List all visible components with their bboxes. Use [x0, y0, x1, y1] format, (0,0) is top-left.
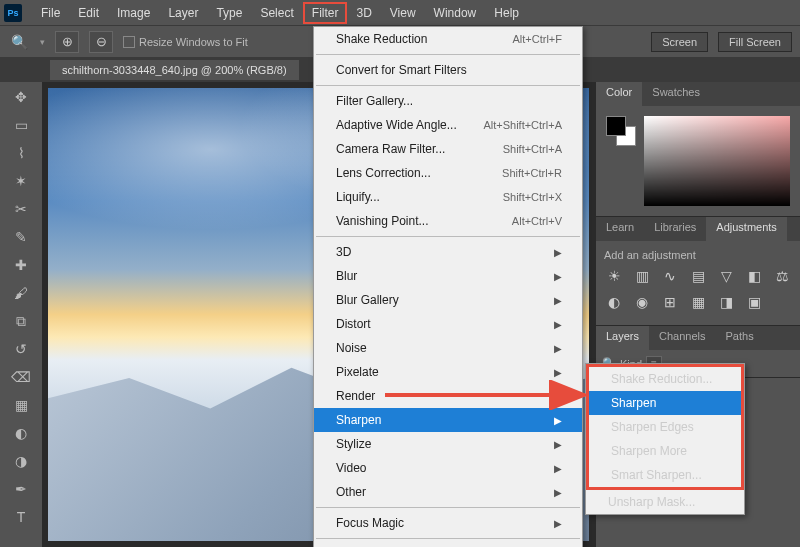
zoom-in-button[interactable]: ⊕ [55, 31, 79, 53]
filter-vanish[interactable]: Vanishing Point...Alt+Ctrl+V [314, 209, 582, 233]
zoom-out-button[interactable]: ⊖ [89, 31, 113, 53]
bw-icon[interactable]: ◐ [604, 293, 624, 311]
zoom-tool-icon: 🔍 [8, 31, 30, 53]
filter-last[interactable]: Shake ReductionAlt+Ctrl+F [314, 27, 582, 51]
dodge-tool-icon[interactable]: ◑ [8, 450, 34, 472]
screen-button[interactable]: Screen [651, 32, 708, 52]
filter-blur[interactable]: Blur▶ [314, 264, 582, 288]
menu-window[interactable]: Window [425, 2, 486, 24]
quick-select-tool-icon[interactable]: ✶ [8, 170, 34, 192]
exposure-icon[interactable]: ▤ [688, 267, 708, 285]
filter-other[interactable]: Other▶ [314, 480, 582, 504]
sharpen-submenu: Shake Reduction... Sharpen Sharpen Edges… [585, 363, 745, 515]
vibrance-icon[interactable]: ▽ [716, 267, 736, 285]
menu-3d[interactable]: 3D [347, 2, 380, 24]
filter-sharpen[interactable]: Sharpen▶ [314, 408, 582, 432]
filter-lens[interactable]: Lens Correction...Shift+Ctrl+R [314, 161, 582, 185]
lasso-tool-icon[interactable]: ⌇ [8, 142, 34, 164]
tab-swatches[interactable]: Swatches [642, 82, 710, 106]
hue-icon[interactable]: ◧ [744, 267, 764, 285]
menu-view[interactable]: View [381, 2, 425, 24]
channel-mixer-icon[interactable]: ⊞ [660, 293, 680, 311]
tab-paths[interactable]: Paths [716, 326, 764, 350]
foreground-color-swatch[interactable] [606, 116, 626, 136]
marquee-tool-icon[interactable]: ▭ [8, 114, 34, 136]
menu-file[interactable]: File [32, 2, 69, 24]
adjustments-panel: Learn Libraries Adjustments Add an adjus… [596, 217, 800, 326]
heal-tool-icon[interactable]: ✚ [8, 254, 34, 276]
fg-bg-swatch[interactable] [606, 116, 636, 146]
type-tool-icon[interactable]: T [8, 506, 34, 528]
curves-icon[interactable]: ∿ [660, 267, 680, 285]
sharpen-edges[interactable]: Sharpen Edges [589, 415, 741, 439]
sharpen-more[interactable]: Sharpen More [589, 439, 741, 463]
menu-help[interactable]: Help [485, 2, 528, 24]
filter-camera-raw[interactable]: Camera Raw Filter...Shift+Ctrl+A [314, 137, 582, 161]
resize-windows-label: Resize Windows to Fit [139, 36, 248, 48]
sharpen-smart[interactable]: Smart Sharpen... [589, 463, 741, 487]
tab-adjustments[interactable]: Adjustments [706, 217, 787, 241]
eraser-tool-icon[interactable]: ⌫ [8, 366, 34, 388]
crop-tool-icon[interactable]: ✂ [8, 198, 34, 220]
fill-screen-button[interactable]: Fill Screen [718, 32, 792, 52]
color-balance-icon[interactable]: ⚖ [772, 267, 792, 285]
document-tab[interactable]: schilthorn-3033448_640.jpg @ 200% (RGB/8… [50, 60, 299, 80]
filter-noise[interactable]: Noise▶ [314, 336, 582, 360]
tab-layers[interactable]: Layers [596, 326, 649, 350]
filter-stylize[interactable]: Stylize▶ [314, 432, 582, 456]
stamp-tool-icon[interactable]: ⧉ [8, 310, 34, 332]
filter-blur-gallery[interactable]: Blur Gallery▶ [314, 288, 582, 312]
filter-gallery[interactable]: Filter Gallery... [314, 89, 582, 113]
filter-render[interactable]: Render▶ [314, 384, 582, 408]
menu-edit[interactable]: Edit [69, 2, 108, 24]
menubar: Ps File Edit Image Layer Type Select Fil… [0, 0, 800, 26]
menu-filter[interactable]: Filter [303, 2, 348, 24]
filter-adaptive[interactable]: Adaptive Wide Angle...Alt+Shift+Ctrl+A [314, 113, 582, 137]
color-panel: Color Swatches [596, 82, 800, 217]
sharpen-sharpen[interactable]: Sharpen [589, 391, 741, 415]
add-adjustment-label: Add an adjustment [604, 249, 792, 261]
filter-liquify[interactable]: Liquify...Shift+Ctrl+X [314, 185, 582, 209]
color-picker[interactable] [644, 116, 790, 206]
gradient-tool-icon[interactable]: ▦ [8, 394, 34, 416]
invert-icon[interactable]: ◨ [716, 293, 736, 311]
checkbox-icon [123, 36, 135, 48]
lookup-icon[interactable]: ▦ [688, 293, 708, 311]
app-logo: Ps [4, 4, 22, 22]
filter-convert-smart[interactable]: Convert for Smart Filters [314, 58, 582, 82]
filter-browse-online[interactable]: Browse Filters Online... [314, 542, 582, 547]
brush-tool-icon[interactable]: 🖌 [8, 282, 34, 304]
sharpen-unsharp-mask[interactable]: Unsharp Mask... [586, 490, 744, 514]
toolbox: ✥ ▭ ⌇ ✶ ✂ ✎ ✚ 🖌 ⧉ ↺ ⌫ ▦ ◐ ◑ ✒ T [0, 82, 42, 547]
filter-3d[interactable]: 3D▶ [314, 240, 582, 264]
sharpen-shake-reduction[interactable]: Shake Reduction... [589, 367, 741, 391]
photo-filter-icon[interactable]: ◉ [632, 293, 652, 311]
tab-learn[interactable]: Learn [596, 217, 644, 241]
filter-focus-magic[interactable]: Focus Magic▶ [314, 511, 582, 535]
menu-layer[interactable]: Layer [159, 2, 207, 24]
tab-libraries[interactable]: Libraries [644, 217, 706, 241]
history-brush-icon[interactable]: ↺ [8, 338, 34, 360]
tab-color[interactable]: Color [596, 82, 642, 106]
filter-dropdown: Shake ReductionAlt+Ctrl+F Convert for Sm… [313, 26, 583, 547]
menu-select[interactable]: Select [251, 2, 302, 24]
filter-distort[interactable]: Distort▶ [314, 312, 582, 336]
pen-tool-icon[interactable]: ✒ [8, 478, 34, 500]
eyedropper-tool-icon[interactable]: ✎ [8, 226, 34, 248]
chevron-down-icon: ▾ [40, 37, 45, 47]
levels-icon[interactable]: ▥ [632, 267, 652, 285]
move-tool-icon[interactable]: ✥ [8, 86, 34, 108]
resize-windows-checkbox[interactable]: Resize Windows to Fit [123, 36, 248, 48]
brightness-icon[interactable]: ☀ [604, 267, 624, 285]
tab-channels[interactable]: Channels [649, 326, 715, 350]
posterize-icon[interactable]: ▣ [744, 293, 764, 311]
filter-video[interactable]: Video▶ [314, 456, 582, 480]
menu-image[interactable]: Image [108, 2, 159, 24]
menu-type[interactable]: Type [207, 2, 251, 24]
blur-tool-icon[interactable]: ◐ [8, 422, 34, 444]
filter-pixelate[interactable]: Pixelate▶ [314, 360, 582, 384]
